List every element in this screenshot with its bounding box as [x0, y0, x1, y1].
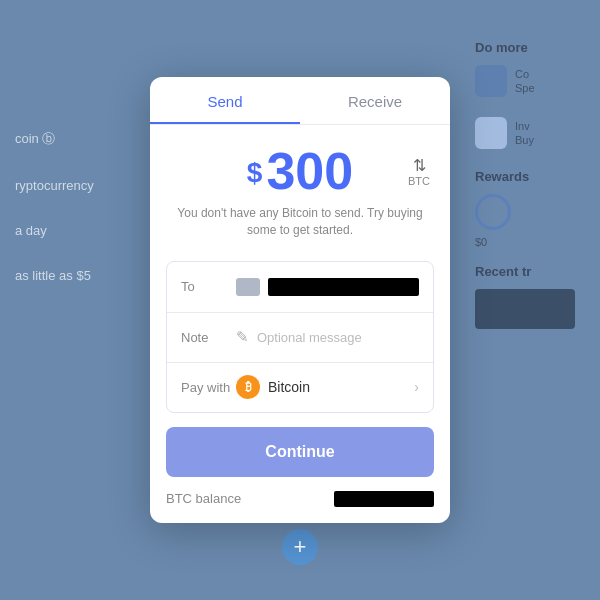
- to-field-row: To: [167, 262, 433, 312]
- tab-receive[interactable]: Receive: [300, 77, 450, 124]
- btc-balance-value-redacted: [334, 491, 434, 507]
- edit-icon: ✎: [236, 328, 249, 346]
- amount-section: $ 300 ⇅ BTC You don't have any Bitcoin t…: [150, 125, 450, 261]
- chevron-right-icon: ›: [414, 379, 419, 395]
- amount-hint: You don't have any Bitcoin to send. Try …: [170, 205, 430, 239]
- bitcoin-icon: ₿: [236, 375, 260, 399]
- pay-with-field-row[interactable]: Pay with ₿ Bitcoin ›: [167, 362, 433, 412]
- send-receive-modal: Send Receive $ 300 ⇅ BTC You don't have …: [150, 77, 450, 523]
- tab-send[interactable]: Send: [150, 77, 300, 124]
- pay-with-content: ₿ Bitcoin ›: [236, 375, 419, 399]
- amount-display: $ 300 ⇅ BTC: [170, 145, 430, 197]
- note-field-row: Note ✎ Optional message: [167, 312, 433, 362]
- note-label: Note: [181, 330, 236, 345]
- note-placeholder[interactable]: Optional message: [257, 330, 362, 345]
- continue-button[interactable]: Continue: [166, 427, 434, 477]
- btc-label: BTC: [408, 175, 430, 187]
- btc-balance-row: BTC balance: [150, 491, 450, 507]
- to-value-redacted: [268, 278, 419, 296]
- form-section: To Note ✎ Optional message Pay with ₿ Bi…: [166, 261, 434, 413]
- modal-backdrop: Send Receive $ 300 ⇅ BTC You don't have …: [0, 0, 600, 600]
- to-input-area[interactable]: [236, 278, 419, 296]
- currency-symbol: $: [247, 157, 263, 189]
- contact-icon: [236, 278, 260, 296]
- pay-with-label: Pay with: [181, 380, 236, 395]
- modal-tabs: Send Receive: [150, 77, 450, 125]
- to-label: To: [181, 279, 236, 294]
- btc-toggle[interactable]: ⇅ BTC: [408, 156, 430, 187]
- amount-value[interactable]: 300: [266, 145, 353, 197]
- btc-balance-label: BTC balance: [166, 491, 241, 506]
- pay-with-value: Bitcoin: [268, 379, 310, 395]
- swap-icon: ⇅: [413, 157, 426, 174]
